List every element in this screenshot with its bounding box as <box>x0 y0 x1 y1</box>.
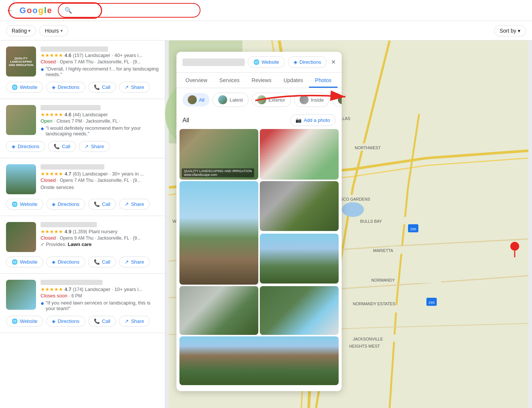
listing-5-website-btn[interactable]: 🌐 Website <box>6 316 43 327</box>
tab-services[interactable]: Services <box>213 73 246 88</box>
back-button[interactable]: ← <box>6 6 14 15</box>
tab-updates[interactable]: Updates <box>277 73 309 88</box>
filter-exterior[interactable]: Exterior <box>252 93 291 107</box>
add-photo-btn[interactable]: 📷 Add a photo <box>290 114 336 126</box>
listing-5-rating: 4.7 <box>65 286 71 292</box>
listing-4-directions-btn[interactable]: ◈ Directions <box>46 256 85 267</box>
photo-trees[interactable] <box>260 234 339 284</box>
listing-5-call-btn[interactable]: 📞 Call <box>88 316 116 327</box>
listing-1-review-text: "Overall, I highly recommend f... for an… <box>46 66 159 77</box>
tab-overview[interactable]: Overview <box>179 73 213 88</box>
listing-3-type: Landscaper · 30+ years in ... <box>82 171 144 177</box>
filter-latest[interactable]: Latest <box>212 93 248 107</box>
svg-point-5 <box>342 202 364 217</box>
listing-1-share-btn[interactable]: ↗ Share <box>119 82 150 93</box>
provides-value: Lawn care <box>68 242 92 247</box>
photo-plants[interactable] <box>260 286 339 335</box>
svg-point-39 <box>510 242 519 251</box>
listing-1-website-btn[interactable]: 🌐 Website <box>6 82 43 93</box>
rating-filter[interactable]: Rating ▾ <box>6 25 36 36</box>
listing-4-stars: ★★★★★ 4.9 (1,359) Plant nursery <box>41 229 159 234</box>
photo-house2[interactable] <box>179 286 258 335</box>
left-panel: QUALITY LANDSCAPING AND IRRIGATION ★★★★★… <box>0 40 165 408</box>
photo-house[interactable]: QUALITY LANDSCAPING AND IRRIGATIONwww.cl… <box>179 129 258 180</box>
listing-1-hours: · Opens 7 AM Thu · Jacksonville, FL · (9… <box>57 59 140 64</box>
listing-3-call-btn[interactable]: 📞 Call <box>88 199 116 210</box>
listing-3-directions-btn[interactable]: ◈ Directions <box>46 199 85 210</box>
tab-photos[interactable]: Photos <box>309 73 338 88</box>
listing-3-share-btn[interactable]: ↗ Share <box>119 199 150 210</box>
listing-3-actions: 🌐 Website ◈ Directions 📞 Call ↗ Share <box>6 199 159 210</box>
tab-reviews[interactable]: Reviews <box>246 73 277 88</box>
listing-5-actions: 🌐 Website ◈ Directions 📞 Call ↗ Share <box>6 316 159 327</box>
call-label: Call <box>102 84 110 90</box>
listing-2-review-text: "I would definitely recommend them for y… <box>46 125 159 136</box>
search-bar[interactable]: 🔍 jacksonville landscaping <box>58 3 200 18</box>
listing-1-call-btn[interactable]: 📞 Call <box>88 82 116 93</box>
listing-5: ★★★★★ 4.7 (174) Landscaper · 10+ years i… <box>0 274 165 333</box>
detail-overlay: 🌐 Website ◈ Directions × Overview Servic… <box>176 52 342 391</box>
directions-icon: ◈ <box>52 84 56 90</box>
search-icon: 🔍 <box>65 7 72 14</box>
call-5-label: Call <box>102 318 110 324</box>
svg-text:BULLS BAY: BULLS BAY <box>360 219 382 224</box>
listing-4-call-btn[interactable]: 📞 Call <box>88 256 116 267</box>
listing-1-directions-btn[interactable]: ◈ Directions <box>46 82 85 93</box>
sort-button[interactable]: Sort by ▾ <box>494 25 526 36</box>
svg-rect-16 <box>371 305 427 313</box>
photo-dock[interactable] <box>179 181 258 285</box>
listing-5-directions-btn[interactable]: ◈ Directions <box>46 316 85 327</box>
hours-filter[interactable]: Hours ▾ <box>39 25 68 36</box>
listing-3-website-btn[interactable]: 🌐 Website <box>6 199 43 210</box>
web-5-label: Website <box>20 318 38 324</box>
listing-2-image[interactable] <box>6 105 36 135</box>
photo-yard[interactable] <box>260 181 339 231</box>
stars-3-icon: ★★★★★ <box>41 171 63 177</box>
listing-1-image[interactable]: QUALITY LANDSCAPING AND IRRIGATION <box>6 46 36 76</box>
share-label: Share <box>131 84 144 90</box>
review-5-dot: ● <box>41 300 44 307</box>
svg-text:NORMANDY: NORMANDY <box>371 278 395 282</box>
listing-2-review: ● "I would definitely recommend them for… <box>41 125 159 136</box>
detail-tabs: Overview Services Reviews Updates Photos <box>176 73 342 88</box>
listing-3-image[interactable] <box>6 164 36 194</box>
svg-text:MARIETTA: MARIETTA <box>373 248 393 253</box>
map-area[interactable]: FOREST TRAILS DINSMORE SPAULDING LINCOLN… <box>165 40 532 408</box>
detail-website-btn[interactable]: 🌐 Website <box>248 56 285 68</box>
share-4-label: Share <box>131 259 144 265</box>
listing-2-share-btn[interactable]: ↗ Share <box>79 141 110 152</box>
filter-inside[interactable]: Inside <box>294 93 330 107</box>
listing-4-image[interactable] <box>6 222 36 252</box>
listing-4-share-btn[interactable]: ↗ Share <box>119 256 150 267</box>
web-4-icon: 🌐 <box>12 259 18 265</box>
listing-4-type: Plant nursery <box>89 229 118 234</box>
listing-2-detail: · Closes 7 PM · Jacksonville, FL · <box>54 118 120 124</box>
listing-3-stars: ★★★★★ 4.7 (63) Landscaper · 30+ years in… <box>41 171 159 177</box>
filter-by-owner[interactable]: By o... <box>332 93 342 107</box>
web-3-label: Website <box>20 201 38 207</box>
dir-2-label: Directions <box>18 144 39 149</box>
share-3-icon: ↗ <box>125 201 129 207</box>
detail-close-btn[interactable]: × <box>331 58 336 66</box>
listing-2-directions-btn[interactable]: ◈ Directions <box>6 141 45 152</box>
listing-1-stars: ★★★★★ 4.6 (157) Landscaper · 40+ years i… <box>41 52 159 58</box>
photo-tall-trees[interactable] <box>179 336 339 385</box>
photo-porch[interactable] <box>260 129 339 180</box>
listing-3-status: Closed · Opens 7 AM Thu · Jacksonville, … <box>41 177 159 183</box>
filter-all[interactable]: All <box>182 93 209 106</box>
review-dot-icon: ● <box>41 66 44 73</box>
listing-4-website-btn[interactable]: 🌐 Website <box>6 256 43 267</box>
listing-5-share-btn[interactable]: ↗ Share <box>119 316 150 327</box>
listing-5-review-text: "If you need lawn services or landscapin… <box>46 300 159 311</box>
call-2-label: Call <box>62 144 70 149</box>
listing-5-image[interactable] <box>6 280 36 310</box>
filter-inside-label: Inside <box>311 97 324 103</box>
listing-2-call-btn[interactable]: 📞 Call <box>48 141 76 152</box>
filter-all-label: All <box>199 97 204 103</box>
listing-5-info: ★★★★★ 4.7 (174) Landscaper · 10+ years i… <box>41 280 159 311</box>
listing-1-rating: 4.6 <box>65 52 71 58</box>
listing-2-actions: ◈ Directions 📞 Call ↗ Share <box>6 141 159 152</box>
listing-4: ★★★★★ 4.9 (1,359) Plant nursery Closed ·… <box>0 216 165 274</box>
search-input[interactable]: jacksonville landscaping <box>75 7 194 14</box>
detail-directions-btn[interactable]: ◈ Directions <box>288 56 327 68</box>
